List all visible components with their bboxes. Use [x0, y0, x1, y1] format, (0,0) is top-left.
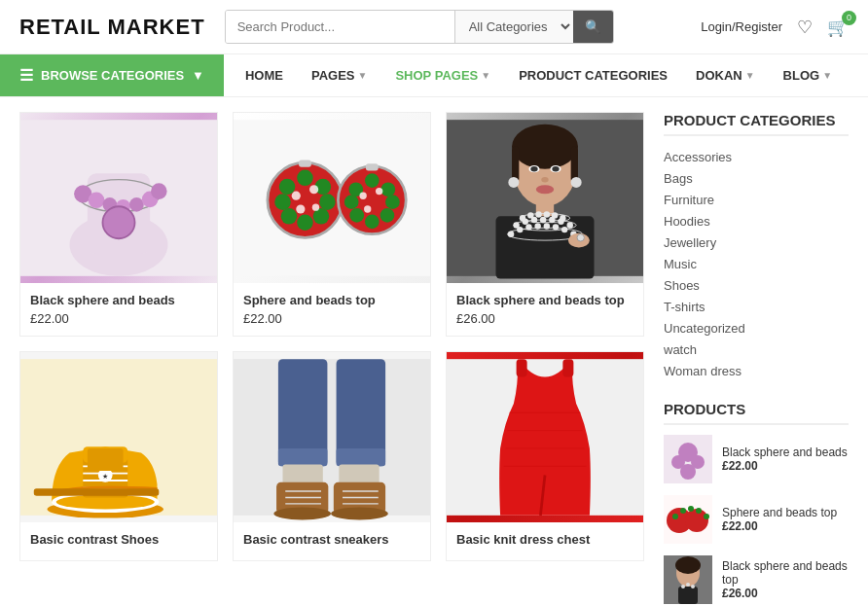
sidebar-product-name: Black sphere and beads [722, 446, 848, 459]
svg-point-53 [536, 185, 554, 194]
category-link[interactable]: Music [664, 257, 697, 271]
product-image [234, 113, 430, 283]
list-item: Hoodies [664, 210, 849, 232]
list-item: Woman dress [664, 360, 849, 381]
svg-point-131 [680, 508, 686, 514]
svg-point-71 [549, 217, 555, 223]
categories-list: Accessories Bags Furniture Hoodies Jewel… [664, 146, 849, 381]
svg-point-78 [544, 223, 550, 229]
svg-rect-46 [512, 147, 519, 183]
category-link[interactable]: Hoodies [664, 214, 710, 229]
product-name: Black sphere and beads [30, 293, 207, 307]
category-link[interactable]: Shoes [664, 278, 700, 293]
product-image [234, 352, 430, 522]
nav-item-blog[interactable]: BLOG ▼ [772, 56, 844, 94]
svg-point-133 [696, 508, 702, 514]
svg-point-24 [292, 192, 301, 200]
login-register-link[interactable]: Login/Register [701, 19, 782, 34]
header-right: Login/Register ♡ 🛒 0 [701, 17, 849, 38]
svg-point-5 [89, 193, 105, 209]
product-price: £26.00 [456, 311, 633, 326]
svg-point-106 [273, 508, 331, 520]
product-card[interactable]: Basic contrast sneakers [233, 351, 431, 561]
svg-point-70 [540, 217, 546, 223]
search-button[interactable]: 🔍 [573, 11, 613, 43]
sidebar-product-info: Black sphere and beads top £26.00 [722, 559, 849, 600]
sidebar-product-name: Black sphere and beads top [722, 559, 849, 587]
nav-item-product-categories[interactable]: PRODUCT CATEGORIES [507, 56, 679, 94]
wishlist-icon[interactable]: ♡ [797, 17, 813, 38]
svg-point-8 [129, 197, 144, 212]
nav-item-dokan[interactable]: DOKAN ▼ [684, 56, 767, 94]
product-card[interactable]: ★ Basic contrast Shoes [19, 351, 218, 561]
svg-point-134 [704, 514, 709, 519]
category-link[interactable]: Bags [664, 171, 693, 186]
list-item: Accessories [664, 146, 849, 167]
product-grid: Black sphere and beads £22.00 [19, 112, 644, 561]
product-name: Basic contrast sneakers [243, 532, 420, 547]
product-card[interactable]: Black sphere and beads £22.00 [19, 112, 218, 337]
nav-item-pages[interactable]: PAGES ▼ [300, 56, 379, 94]
svg-rect-96 [88, 448, 124, 471]
product-price: £22.00 [30, 311, 207, 326]
category-link[interactable]: Uncategorized [664, 321, 745, 336]
svg-rect-28 [299, 160, 311, 166]
svg-point-35 [385, 195, 400, 209]
svg-rect-101 [278, 448, 328, 466]
category-link[interactable]: Woman dress [664, 364, 741, 378]
nav-item-home[interactable]: HOME [234, 56, 295, 94]
category-link[interactable]: Jewellery [664, 235, 716, 250]
category-select[interactable]: All Categories [454, 11, 573, 43]
product-image [20, 113, 217, 283]
categories-title: PRODUCT CATEGORIES [664, 112, 849, 136]
product-card[interactable]: Basic knit dress chest [446, 351, 644, 561]
svg-point-132 [688, 506, 694, 512]
svg-point-32 [365, 173, 380, 188]
sidebar-product-image [664, 435, 712, 483]
svg-point-38 [365, 214, 380, 229]
sidebar-product[interactable]: Black sphere and beads £22.00 [664, 435, 849, 483]
svg-point-25 [309, 185, 318, 194]
list-item: Jewellery [664, 232, 849, 253]
svg-point-27 [312, 203, 319, 210]
svg-point-41 [364, 205, 371, 212]
product-image [447, 113, 643, 283]
nav-item-shop-pages[interactable]: SHOP PAGES ▼ [383, 56, 502, 94]
svg-point-63 [535, 211, 541, 217]
svg-point-51 [552, 166, 559, 172]
category-link[interactable]: Accessories [664, 150, 732, 164]
category-link[interactable]: watch [664, 342, 697, 357]
browse-categories-button[interactable]: ☰ BROWSE CATEGORIES ▼ [0, 54, 224, 96]
search-input[interactable] [226, 11, 454, 43]
svg-point-45 [512, 125, 578, 169]
sidebar-product-price: £26.00 [722, 587, 849, 600]
svg-point-21 [281, 208, 298, 225]
sidebar-product[interactable]: Sphere and beads top £22.00 [664, 495, 849, 544]
svg-point-130 [672, 514, 678, 519]
main-content: Black sphere and beads £22.00 [0, 97, 868, 606]
svg-point-79 [553, 224, 559, 230]
svg-rect-97 [34, 488, 160, 495]
svg-point-10 [151, 183, 167, 199]
svg-point-23 [297, 214, 313, 231]
sidebar-products-title: PRODUCTS [664, 401, 849, 425]
sidebar-product-price: £22.00 [722, 519, 837, 533]
sidebar-product[interactable]: Black sphere and beads top £26.00 [664, 555, 849, 604]
product-info: Basic knit dress chest [447, 522, 643, 560]
product-info: Basic contrast Shoes [20, 522, 217, 560]
browse-chevron-icon: ▼ [192, 68, 204, 83]
product-grid-section: Black sphere and beads £22.00 [19, 112, 644, 606]
category-link[interactable]: Furniture [664, 193, 714, 207]
product-card[interactable]: Black sphere and beads top £26.00 [446, 112, 644, 337]
sidebar-product-image [664, 495, 712, 544]
list-item: watch [664, 339, 849, 360]
main-nav: ☰ BROWSE CATEGORIES ▼ HOME PAGES ▼ SHOP … [0, 54, 868, 97]
category-link[interactable]: T-shirts [664, 300, 705, 314]
sidebar-product-info: Sphere and beads top £22.00 [722, 506, 837, 533]
product-card[interactable]: Sphere and beads top £22.00 [233, 112, 431, 337]
categories-section: PRODUCT CATEGORIES Accessories Bags Furn… [664, 112, 849, 381]
cart-icon[interactable]: 🛒 0 [827, 17, 849, 38]
product-info: Sphere and beads top £22.00 [234, 283, 430, 336]
list-item: T-shirts [664, 296, 849, 317]
product-info: Black sphere and beads top £26.00 [447, 283, 643, 336]
